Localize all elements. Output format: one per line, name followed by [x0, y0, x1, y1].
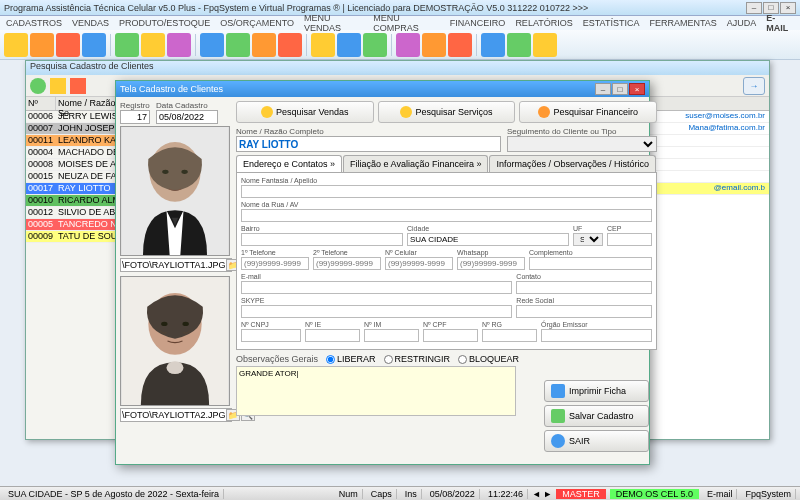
menu-financeiro[interactable]: FINANCEIRO: [450, 18, 506, 28]
maximize-button[interactable]: □: [763, 2, 779, 14]
status-sys[interactable]: FpqSystem: [741, 489, 796, 499]
toolbar-icon[interactable]: [200, 33, 224, 57]
menu-estatistica[interactable]: ESTATÍSTICA: [583, 18, 640, 28]
col-num[interactable]: Nº: [26, 97, 56, 110]
add-icon[interactable]: [30, 78, 46, 94]
radio-bloquear[interactable]: [458, 355, 467, 364]
toolbar-icon[interactable]: [481, 33, 505, 57]
menu-os[interactable]: OS/ORÇAMENTO: [220, 18, 294, 28]
form-close-button[interactable]: ×: [629, 83, 645, 95]
seg-select[interactable]: [507, 136, 657, 152]
toolbar-icon[interactable]: [448, 33, 472, 57]
compl-input[interactable]: [529, 257, 652, 270]
table-row[interactable]: 00012SILVIO DE ABREU: [26, 207, 125, 219]
toolbar-icon[interactable]: [115, 33, 139, 57]
uf-select[interactable]: SP: [573, 233, 603, 246]
status-email[interactable]: E-mail: [703, 489, 738, 499]
status-pager[interactable]: ◄ ►: [532, 489, 552, 499]
menu-relatorios[interactable]: RELATÓRIOS: [515, 18, 572, 28]
table-row[interactable]: 00010RICARDO ALMEID: [26, 195, 125, 207]
pesquisar-servicos-button[interactable]: Pesquisar Serviços: [378, 101, 516, 123]
form-minimize-button[interactable]: –: [595, 83, 611, 95]
rua-input[interactable]: [241, 209, 652, 222]
edit-icon[interactable]: [50, 78, 66, 94]
table-row[interactable]: 00008MOISES DE ASSI: [26, 159, 125, 171]
close-button[interactable]: ×: [780, 2, 796, 14]
obs-textarea[interactable]: GRANDE ATOR|: [236, 366, 516, 416]
minimize-button[interactable]: –: [746, 2, 762, 14]
table-row[interactable]: 00006JERRY LEWIS: [26, 111, 125, 123]
tab-filiacao[interactable]: Filiação e Avaliação Financeira »: [343, 155, 488, 172]
table-row[interactable]: 00005TANCREDO NEVE: [26, 219, 125, 231]
pesquisar-financeiro-button[interactable]: Pesquisar Financeiro: [519, 101, 657, 123]
toolbar-icon[interactable]: [56, 33, 80, 57]
table-row[interactable]: 00017RAY LIOTTO: [26, 183, 125, 195]
ie-input[interactable]: [305, 329, 360, 342]
app-title: Programa Assistência Técnica Celular v5.…: [4, 3, 588, 13]
whats-input[interactable]: [457, 257, 525, 270]
salvar-button[interactable]: Salvar Cadastro: [544, 405, 649, 427]
skype-input[interactable]: [241, 305, 512, 318]
cep-input[interactable]: [607, 233, 652, 246]
toolbar-icon[interactable]: [363, 33, 387, 57]
menu-vendas[interactable]: VENDAS: [72, 18, 109, 28]
table-row[interactable]: 00007JOHN JOSEPH TR: [26, 123, 125, 135]
toolbar-icon[interactable]: [422, 33, 446, 57]
toolbar-icon[interactable]: [226, 33, 250, 57]
form-title: Tela Cadastro de Clientes: [120, 84, 223, 94]
reg-input[interactable]: [120, 110, 150, 124]
toolbar-icon[interactable]: [141, 33, 165, 57]
menu-ferramentas[interactable]: FERRAMENTAS: [649, 18, 716, 28]
email-input[interactable]: [241, 281, 512, 294]
form-maximize-button[interactable]: □: [612, 83, 628, 95]
toolbar-icon[interactable]: [167, 33, 191, 57]
tab-info[interactable]: Informações / Observações / Histórico: [489, 155, 656, 172]
im-input[interactable]: [364, 329, 419, 342]
cpf-input[interactable]: [423, 329, 478, 342]
delete-icon[interactable]: [70, 78, 86, 94]
cel-input[interactable]: [385, 257, 453, 270]
tel2-input[interactable]: [313, 257, 381, 270]
toolbar-icon[interactable]: [311, 33, 335, 57]
rede-input[interactable]: [516, 305, 652, 318]
rg-input[interactable]: [482, 329, 537, 342]
toolbar-icon[interactable]: [533, 33, 557, 57]
table-row[interactable]: 00015NEUZA DE FATIM: [26, 171, 125, 183]
fantasia-input[interactable]: [241, 185, 652, 198]
toolbar-icon[interactable]: [337, 33, 361, 57]
name-input[interactable]: [236, 136, 501, 152]
toolbar-icon[interactable]: [278, 33, 302, 57]
menu-menuvendas[interactable]: MENU VENDAS: [304, 13, 363, 33]
toolbar-icon[interactable]: [396, 33, 420, 57]
sair-button[interactable]: SAIR: [544, 430, 649, 452]
radio-liberar[interactable]: [326, 355, 335, 364]
email-label[interactable]: E-MAIL: [766, 13, 794, 33]
menu-menucompras[interactable]: MENU COMPRAS: [373, 13, 440, 33]
table-row[interactable]: 00011LEANDRO KARNA: [26, 135, 125, 147]
menu-cadastros[interactable]: CADASTROS: [6, 18, 62, 28]
cnpj-input[interactable]: [241, 329, 301, 342]
go-button[interactable]: →: [743, 77, 765, 95]
client-form-dialog: Tela Cadastro de Clientes – □ × Registro…: [115, 80, 650, 465]
imprimir-button[interactable]: Imprimir Ficha: [544, 380, 649, 402]
toolbar-icon[interactable]: [30, 33, 54, 57]
table-row[interactable]: 00004MACHADO DE AS: [26, 147, 125, 159]
menu-ajuda[interactable]: AJUDA: [727, 18, 757, 28]
toolbar-icon[interactable]: [82, 33, 106, 57]
orgao-input[interactable]: [541, 329, 652, 342]
pesquisar-vendas-button[interactable]: Pesquisar Vendas: [236, 101, 374, 123]
cidade-input[interactable]: [407, 233, 569, 246]
bairro-input[interactable]: [241, 233, 403, 246]
toolbar-icon[interactable]: [507, 33, 531, 57]
table-row[interactable]: 00009TATU DE SOUZA: [26, 231, 125, 243]
radio-restringir[interactable]: [384, 355, 393, 364]
name-label: Nome / Razão Completo: [236, 127, 501, 136]
tel1-input[interactable]: [241, 257, 309, 270]
menu-produto[interactable]: PRODUTO/ESTOQUE: [119, 18, 210, 28]
toolbar-icon[interactable]: [252, 33, 276, 57]
date-input[interactable]: [156, 110, 218, 124]
svg-point-3: [181, 170, 187, 174]
toolbar-icon[interactable]: [4, 33, 28, 57]
contato-input[interactable]: [516, 281, 652, 294]
tab-endereco[interactable]: Endereço e Contatos »: [236, 155, 342, 172]
